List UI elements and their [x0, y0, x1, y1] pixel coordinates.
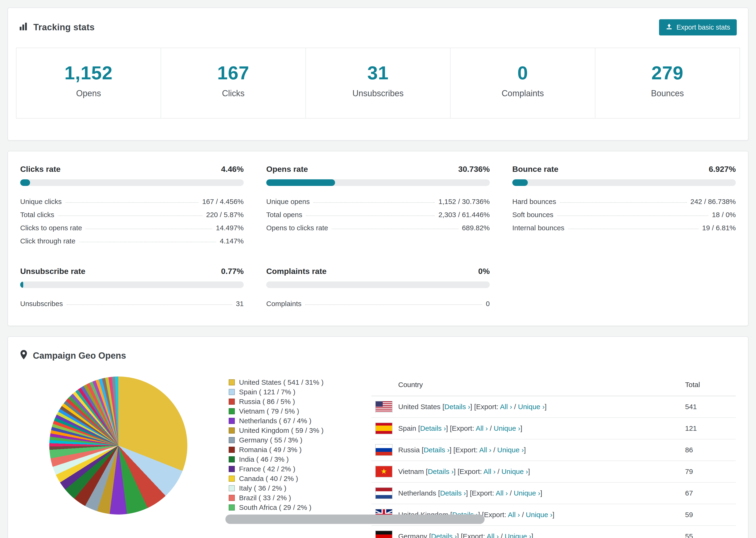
legend-item: Netherlands ( 67 / 4% ) — [229, 416, 352, 426]
export-label: [Export: — [461, 532, 487, 538]
rate-stat-label: Total clicks — [20, 211, 54, 220]
legend-swatch — [229, 505, 235, 511]
country-name: United States — [398, 403, 441, 410]
export-all-link[interactable]: All › — [476, 424, 488, 432]
progress-bar-fill — [20, 282, 23, 288]
rate-block: Unsubscribe rate 0.77% Unsubscribes31 — [20, 267, 244, 309]
total-cell: 121 — [685, 424, 736, 432]
total-cell: 59 — [685, 511, 736, 519]
rate-stat-label: Unsubscribes — [20, 300, 63, 309]
rate-stat-label: Internal bounces — [512, 224, 565, 233]
country-name: Russia — [398, 446, 420, 454]
summary-stat-cell: 31 Unsubscribes — [306, 48, 451, 118]
geo-opens-card: Campaign Geo Opens United States ( 541 /… — [8, 336, 748, 538]
summary-stats-box: 1,152 Opens 167 Clicks 31 Unsubscribes 0… — [16, 48, 740, 119]
map-pin-icon — [20, 350, 27, 361]
dotted-leader — [66, 202, 198, 203]
geo-table: Country Total United States [Details ›] … — [371, 374, 736, 538]
details-link[interactable]: Details › — [428, 467, 454, 475]
stat-label: Opens — [17, 88, 161, 98]
export-separator: / — [496, 467, 502, 475]
horizontal-scrollbar-thumb[interactable] — [225, 514, 485, 524]
bracket-open: [ — [427, 532, 431, 538]
legend-label: Brazil ( 33 / 2% ) — [239, 494, 291, 502]
legend-swatch — [229, 456, 235, 462]
export-unique-link[interactable]: Unique › — [526, 511, 553, 518]
dotted-leader — [86, 229, 212, 229]
country-cell: Vietnam [Details ›] [Export: All › / Uni… — [398, 467, 685, 476]
total-cell: 541 — [685, 403, 736, 411]
tracking-stats-card: Tracking stats Export basic stats 1,152 … — [8, 8, 748, 140]
bar-chart-icon — [19, 22, 28, 33]
total-cell: 67 — [685, 489, 736, 497]
progress-bar-fill — [20, 179, 30, 186]
export-label: [Export: — [450, 424, 476, 432]
rate-value: 30.736% — [458, 165, 490, 174]
geo-pie-chart — [49, 377, 188, 514]
rate-block: Complaints rate 0% Complaints0 — [266, 267, 490, 309]
legend-swatch — [229, 476, 235, 482]
legend-swatch — [229, 389, 235, 395]
rate-value: 0.77% — [221, 267, 244, 276]
summary-stat-cell: 0 Complaints — [451, 48, 595, 118]
rate-head: Complaints rate 0% — [266, 267, 490, 276]
flag-cell — [371, 466, 398, 477]
details-link[interactable]: Details › — [440, 489, 466, 497]
country-cell: Spain [Details ›] [Export: All › / Uniqu… — [398, 424, 685, 432]
export-all-link[interactable]: All › — [496, 489, 508, 497]
details-link[interactable]: Details › — [423, 446, 449, 454]
export-bracket-close: ] — [553, 511, 554, 518]
rate-stat-row: Hard bounces242 / 86.738% — [512, 193, 736, 207]
legend-label: India ( 46 / 3% ) — [239, 456, 289, 463]
stat-label: Bounces — [595, 88, 739, 98]
country-cell: Russia [Details ›] [Export: All › / Uniq… — [398, 446, 685, 454]
rate-stat-label: Clicks to opens rate — [20, 224, 82, 233]
rate-rows: Unique opens1,152 / 30.736% Total opens2… — [266, 193, 490, 233]
export-unique-link[interactable]: Unique › — [514, 489, 540, 497]
summary-stat-cell: 1,152 Opens — [17, 48, 161, 118]
legend-swatch — [229, 495, 235, 501]
details-link[interactable]: Details › — [420, 424, 446, 432]
export-unique-link[interactable]: Unique › — [497, 446, 524, 454]
rate-value: 6.927% — [709, 165, 736, 174]
legend-item: Russia ( 86 / 5% ) — [229, 397, 352, 406]
export-basic-stats-button[interactable]: Export basic stats — [659, 19, 737, 35]
page-title: Tracking stats — [33, 22, 95, 32]
stat-label: Clicks — [161, 88, 305, 98]
details-link[interactable]: Details › — [431, 532, 457, 538]
export-label: [Export: — [453, 446, 479, 454]
export-unique-link[interactable]: Unique › — [518, 403, 544, 410]
legend-swatch — [229, 418, 235, 424]
table-row: Vietnam [Details ›] [Export: All › / Uni… — [371, 461, 736, 483]
table-row: Russia [Details ›] [Export: All › / Uniq… — [371, 439, 736, 461]
country-flag — [375, 401, 393, 413]
export-label: [Export: — [470, 489, 496, 497]
export-all-link[interactable]: All › — [508, 511, 520, 518]
rate-stat-row: Soft bounces18 / 0% — [512, 207, 736, 220]
rate-head: Bounce rate 6.927% — [512, 165, 736, 174]
rate-block: Bounce rate 6.927% Hard bounces242 / 86.… — [512, 165, 736, 246]
export-separator: / — [499, 532, 505, 538]
country-flag — [375, 444, 393, 456]
export-unique-link[interactable]: Unique › — [502, 467, 528, 475]
country-cell: Germany [Details ›] [Export: All › / Uni… — [398, 532, 685, 538]
export-unique-link[interactable]: Unique › — [505, 532, 531, 538]
legend-item: Italy ( 36 / 2% ) — [229, 483, 352, 493]
rate-stat-row: Complaints0 — [266, 296, 490, 309]
rate-stat-value: 4.147% — [220, 237, 244, 246]
legend-label: Spain ( 121 / 7% ) — [239, 388, 296, 396]
details-link[interactable]: Details › — [445, 403, 470, 410]
bracket-open: [ — [416, 424, 420, 432]
rate-stat-row: Total clicks220 / 5.87% — [20, 207, 244, 220]
dotted-leader — [306, 215, 435, 216]
export-all-link[interactable]: All › — [479, 446, 491, 454]
export-all-link[interactable]: All › — [487, 532, 499, 538]
export-all-link[interactable]: All › — [483, 467, 496, 475]
rate-block: Clicks rate 4.46% Unique clicks167 / 4.4… — [20, 165, 244, 246]
legend-swatch — [229, 447, 235, 453]
export-all-link[interactable]: All › — [500, 403, 512, 410]
export-unique-link[interactable]: Unique › — [494, 424, 520, 432]
geo-pie-wrap — [49, 377, 188, 514]
geo-legend: United States ( 541 / 31% ) Spain ( 121 … — [229, 377, 352, 512]
export-label: [Export: — [482, 511, 508, 518]
